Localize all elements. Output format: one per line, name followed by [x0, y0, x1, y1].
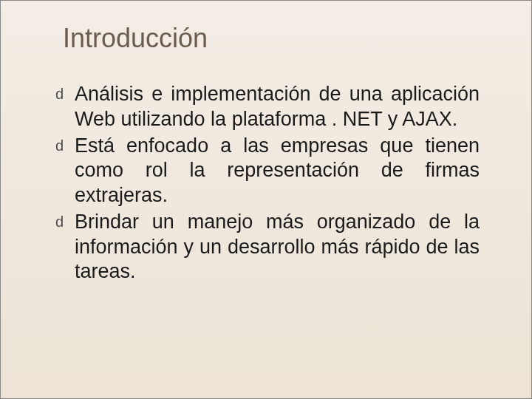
bullet-text: Brindar un manejo más organizado de la i… [75, 211, 480, 283]
bullet-icon: d [55, 213, 64, 231]
bullet-icon: d [55, 137, 64, 155]
list-item: d Brindar un manejo más organizado de la… [75, 210, 480, 284]
list-item: d Análisis e implementación de una aplic… [75, 82, 480, 132]
slide-title: Introducción [63, 23, 494, 54]
list-item: d Está enfocado a las empresas que tiene… [75, 134, 480, 208]
slide-content: d Análisis e implementación de una aplic… [67, 82, 494, 284]
bullet-text: Análisis e implementación de una aplicac… [75, 83, 480, 130]
bullet-icon: d [55, 85, 64, 103]
bullet-text: Está enfocado a las empresas que tienen … [75, 134, 480, 207]
slide-container: Introducción d Análisis e implementación… [0, 0, 532, 399]
